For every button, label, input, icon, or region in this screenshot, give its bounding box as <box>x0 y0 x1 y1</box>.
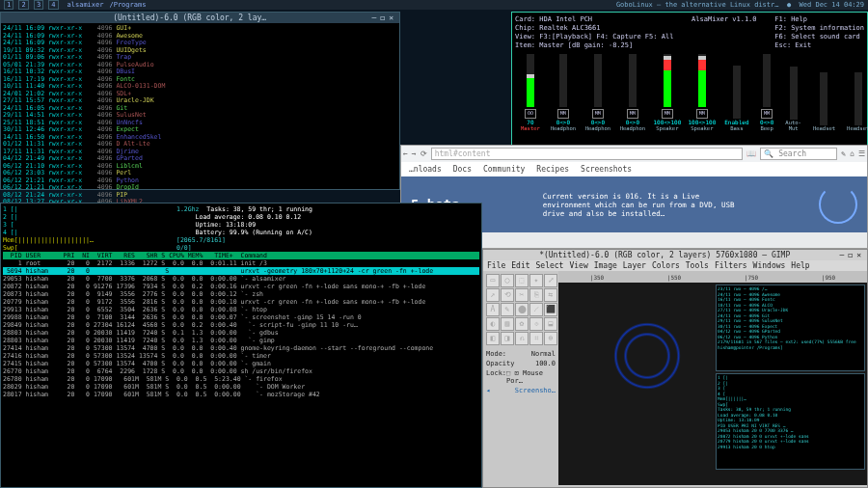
menubar[interactable]: FileEditSelectViewImageLayerColorsToolsF… <box>483 260 867 271</box>
tool-7[interactable]: ✂ <box>515 288 529 302</box>
process-row[interactable]: 27416 hisham 20 0 57300 13524 13574 S 0.… <box>3 352 479 360</box>
workspace-1[interactable]: 1 <box>4 0 14 10</box>
tool-22[interactable]: ⎌ <box>515 332 529 345</box>
url-input[interactable]: html#content <box>431 148 744 160</box>
process-row[interactable]: 28029 hisham 20 0 17090 601M 581M S 0.0 … <box>3 383 479 391</box>
process-row[interactable]: 28803 hisham 20 0 20030 11419 7240 S 0.1… <box>3 329 479 337</box>
tool-1[interactable]: ◯ <box>501 274 514 287</box>
menu-tools[interactable]: Tools <box>686 261 709 270</box>
window-controls[interactable]: –◻✕ <box>370 14 395 22</box>
lock-toggles[interactable]: ⬚ ⊡ Mouse Por… <box>506 369 556 385</box>
process-row[interactable]: 20872 hisham 20 0 91276 17396 7934 S 0.0… <box>3 283 479 290</box>
channel-master[interactable]: OO70Master <box>521 54 540 131</box>
process-row[interactable]: 28803 hisham 20 0 20030 11419 7240 S 0.0… <box>3 337 479 344</box>
task-programs[interactable]: /Programs <box>109 1 146 9</box>
nav-community[interactable]: Community <box>483 165 525 174</box>
process-row[interactable]: 5094 hisham 20 0 S urxvt -geometry 180x7… <box>3 267 479 275</box>
channel-headphon[interactable]: MM0<>0Headphon <box>621 54 644 131</box>
channel-auto-mut[interactable]: Auto-Mut <box>785 67 801 131</box>
maximize-icon[interactable]: ◻ <box>378 14 387 22</box>
htop-output[interactable]: 1 [| 2 [| 3 [ 4 [| Mem[|||||||||||||||||… <box>1 203 481 400</box>
reader-icon[interactable]: 📖 <box>746 149 756 158</box>
tool-grid[interactable]: ▭◯⬚✦⤢↗⟲✂⎘⇆A✎⬤⟋⬛◐▨✿⟐⬓◧◨⎌⌗⊕ <box>486 274 556 345</box>
menu-select[interactable]: Select <box>536 261 564 270</box>
tool-0[interactable]: ▭ <box>486 274 500 287</box>
menu-icon[interactable]: ☰ <box>858 149 865 158</box>
back-icon[interactable]: ← <box>403 149 408 158</box>
process-row[interactable]: 29053 hisham 20 0 7700 3376 2068 S 0.0 0… <box>3 275 479 283</box>
tool-14[interactable]: ⬛ <box>544 303 557 316</box>
process-header[interactable]: PID USER PRI NI VIRT RES SHR S CPU% MEM%… <box>3 252 479 259</box>
channel-speaker[interactable]: MM100<>100Speaker <box>656 54 679 131</box>
process-row[interactable]: 26770 hisham 20 0 6764 2296 1728 S 0.0 0… <box>3 367 479 375</box>
process-row[interactable]: 29849 hisham 20 0 27304 16124 4560 S 0.0… <box>3 321 479 329</box>
process-row[interactable]: 1 root 20 0 2172 1336 1272 S 0.0 0.0 0:0… <box>3 259 479 267</box>
tool-6[interactable]: ⟲ <box>501 288 514 302</box>
workspace-2[interactable]: 2 <box>18 0 28 10</box>
channel-bass[interactable]: EnabledBass <box>725 66 748 131</box>
canvas-area[interactable]: |350|550|750|950 23/11 rwx — 4096 /…24/1… <box>558 271 867 485</box>
tool-8[interactable]: ⎘ <box>529 288 543 302</box>
menu-layer[interactable]: Layer <box>623 261 646 270</box>
process-row[interactable]: 27415 hisham 20 0 57300 13574 4700 S 0.0… <box>3 360 479 367</box>
menu-colors[interactable]: Colors <box>652 261 680 270</box>
window-controls[interactable]: –◻✕ <box>838 251 863 259</box>
edit-icon[interactable]: ✎ <box>841 149 846 158</box>
menu-file[interactable]: File <box>487 261 505 270</box>
tool-13[interactable]: ⟋ <box>529 303 543 316</box>
process-row[interactable]: 29913 hisham 20 0 6552 3504 2636 S 0.0 0… <box>3 306 479 313</box>
tool-16[interactable]: ▨ <box>501 317 514 331</box>
workspace-switcher[interactable]: 1 2 3 4 <box>4 1 60 9</box>
tool-2[interactable]: ⬚ <box>515 274 529 287</box>
tool-17[interactable]: ✿ <box>515 317 529 331</box>
mode-select[interactable]: Normal <box>531 350 556 358</box>
reload-icon[interactable]: ⟳ <box>420 149 427 158</box>
forward-icon[interactable]: → <box>412 149 417 158</box>
workspace-3[interactable]: 3 <box>34 0 43 10</box>
process-row[interactable]: 28017 hisham 20 0 17090 601M 581M S 0.0 … <box>3 391 479 398</box>
opacity-value[interactable]: 100.0 <box>535 360 556 367</box>
nav-screenshots[interactable]: Screenshots <box>581 165 632 174</box>
close-icon[interactable]: ✕ <box>854 251 863 259</box>
menu-image[interactable]: Image <box>594 261 617 270</box>
channel-headset[interactable]: Headset <box>847 72 868 131</box>
titlebar[interactable]: (Untitled)-6.0 (RGB color, 2 lay… –◻✕ <box>1 13 399 23</box>
process-row[interactable]: 26780 hisham 20 0 17090 601M 581M S 0.0 … <box>3 375 479 383</box>
workspace-4[interactable]: 4 <box>48 0 58 10</box>
mixer-channels[interactable]: OO70MasterMM0<>0HeadphonMM0<>0HeadphonMM… <box>515 56 864 131</box>
tool-23[interactable]: ⌗ <box>529 332 543 345</box>
tool-4[interactable]: ⤢ <box>544 274 557 287</box>
search-input[interactable]: 🔍 Search <box>760 148 837 160</box>
tool-20[interactable]: ◧ <box>486 332 500 345</box>
tool-3[interactable]: ✦ <box>529 274 543 287</box>
nav-docs[interactable]: Docs <box>453 165 472 174</box>
tool-5[interactable]: ↗ <box>486 288 500 302</box>
close-icon[interactable]: ✕ <box>387 14 395 22</box>
channel-headphon[interactable]: MM0<>0Headphon <box>552 54 575 131</box>
nav-recipes[interactable]: Recipes <box>536 165 569 174</box>
nav-downloads[interactable]: …nloads <box>409 165 442 174</box>
channel-beep[interactable]: MM0<>0Beep <box>760 54 773 131</box>
home-icon[interactable]: ⌂ <box>850 149 854 158</box>
tool-19[interactable]: ⬓ <box>544 317 557 331</box>
tool-21[interactable]: ◨ <box>501 332 514 345</box>
titlebar[interactable]: *(Untitled)-6.0 (RGB color, 2 layers) 57… <box>483 250 867 260</box>
menu-windows[interactable]: Windows <box>753 261 786 270</box>
process-row[interactable]: 27414 hisham 20 0 57300 13574 4700 S 0.0… <box>3 344 479 352</box>
process-row[interactable]: 29988 hisham 20 0 7100 3144 2636 S 0.0 0… <box>3 313 479 321</box>
process-row[interactable]: 20779 hisham 20 0 9172 3556 2816 S 0.0 0… <box>3 298 479 306</box>
menu-view[interactable]: View <box>569 261 587 270</box>
task-alsamixer[interactable]: alsamixer <box>68 1 104 9</box>
tool-9[interactable]: ⇆ <box>544 288 557 302</box>
tab-screenshot[interactable]: Screensho… <box>515 387 556 394</box>
maximize-icon[interactable]: ◻ <box>846 251 854 259</box>
menu-filters[interactable]: Filters <box>715 261 747 270</box>
menu-help[interactable]: Help <box>791 261 809 270</box>
channel-headset[interactable]: Headset <box>813 72 835 131</box>
tool-11[interactable]: ✎ <box>501 303 514 316</box>
tool-15[interactable]: ◐ <box>486 317 500 331</box>
channel-headphon[interactable]: MM0<>0Headphon <box>586 54 610 131</box>
tool-24[interactable]: ⊕ <box>544 332 557 345</box>
menu-edit[interactable]: Edit <box>511 261 529 270</box>
tool-10[interactable]: A <box>486 303 500 316</box>
